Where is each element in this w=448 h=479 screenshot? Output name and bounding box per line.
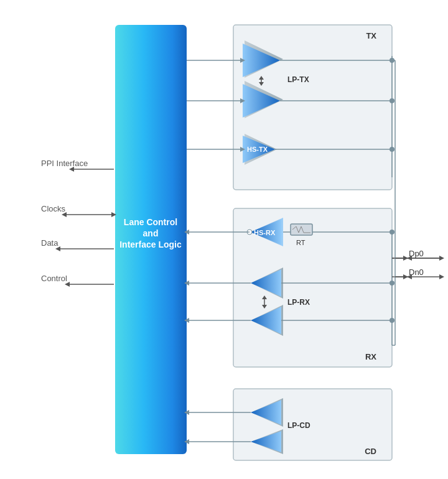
svg-text:Data: Data xyxy=(41,238,58,248)
svg-text:Lane Control: Lane Control xyxy=(124,217,177,227)
svg-text:RT: RT xyxy=(296,239,306,246)
svg-point-23 xyxy=(390,98,394,103)
svg-point-64 xyxy=(390,281,394,286)
svg-point-24 xyxy=(390,147,394,152)
svg-text:PPI Interface: PPI Interface xyxy=(41,159,88,168)
svg-text:Interface Logic: Interface Logic xyxy=(119,240,182,249)
svg-point-65 xyxy=(390,318,394,323)
diagram-container: Lane Control and Interface Logic TX LP-T… xyxy=(0,0,448,479)
svg-rect-37 xyxy=(291,224,312,235)
svg-text:and: and xyxy=(143,228,159,238)
svg-text:RX: RX xyxy=(365,352,376,361)
svg-text:CD: CD xyxy=(365,447,376,456)
svg-text:Clocks: Clocks xyxy=(41,204,66,213)
svg-text:LP-TX: LP-TX xyxy=(287,75,309,84)
svg-text:HS-TX: HS-TX xyxy=(247,146,268,153)
svg-point-63 xyxy=(390,230,394,235)
svg-text:TX: TX xyxy=(366,31,376,40)
svg-text:LP-RX: LP-RX xyxy=(287,298,310,307)
svg-text:HS-RX: HS-RX xyxy=(254,229,276,236)
svg-text:Control: Control xyxy=(41,274,67,283)
main-diagram-svg: Lane Control and Interface Logic TX LP-T… xyxy=(0,0,448,479)
svg-text:LP-CD: LP-CD xyxy=(287,421,310,430)
